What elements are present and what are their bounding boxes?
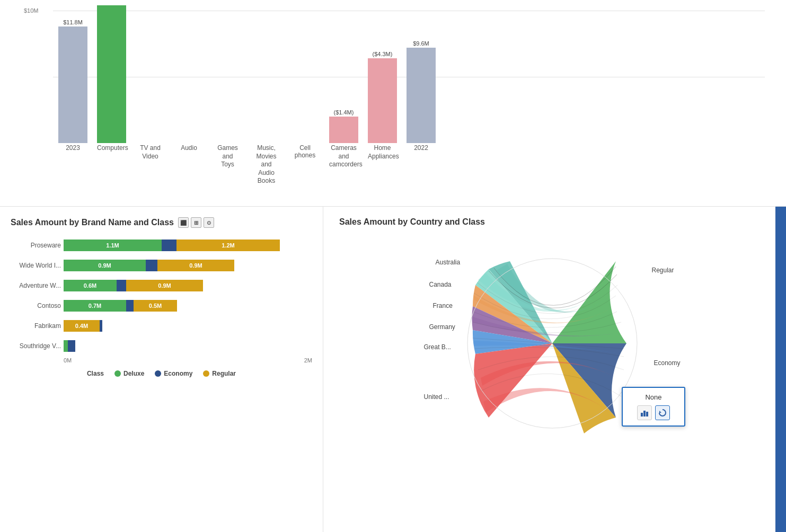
- brand-name-contoso: Contoso: [11, 302, 61, 309]
- x-label-audio: Audio: [174, 144, 204, 152]
- southridge-economy-bar: [68, 340, 75, 352]
- brand-name-proseware: Proseware: [11, 242, 61, 249]
- legend-economy-label: Economy: [164, 370, 192, 377]
- adventure-economy-bar: [117, 280, 126, 291]
- brand-icon-table[interactable]: ⊞: [191, 217, 201, 228]
- proseware-regular-bar: 1.2M: [176, 240, 280, 251]
- brand-name-southridge: Southridge V...: [11, 342, 61, 350]
- popup-icons: [631, 405, 676, 420]
- brand-x-label-0: 0M: [64, 357, 72, 363]
- brand-row-fabrikam: Fabrikam 0.4M: [64, 319, 302, 333]
- legend-class-label: Class: [87, 370, 104, 377]
- brand-bars-southridge: [64, 339, 75, 353]
- adventure-deluxe-bar: 0.6M: [64, 280, 117, 291]
- brand-bars-adventure: 0.6M 0.9M: [64, 279, 203, 292]
- country-chart-panel: Sales Amount by Country and Class: [323, 207, 775, 532]
- contoso-economy-bar: [126, 300, 134, 312]
- x-label-2023: 2023: [58, 144, 87, 152]
- bar-value-cameras: ($1.4M): [334, 109, 354, 116]
- svg-marker-5: [659, 411, 661, 413]
- brand-bars-proseware: 1.1M 1.2M: [64, 238, 280, 252]
- adventure-regular-bar: 0.9M: [126, 280, 203, 291]
- x-label-games-toys: Games andToys: [213, 144, 242, 169]
- brand-name-fabrikam: Fabrikam: [11, 322, 61, 330]
- popup-bar-chart-icon[interactable]: [637, 405, 652, 420]
- bottom-charts: Sales Amount by Brand Name and Class ⬛ ⊞…: [0, 207, 786, 532]
- brand-x-label-2: 2M: [304, 357, 312, 363]
- brand-icon-bar[interactable]: ⬛: [178, 217, 189, 228]
- x-label-music-movies: Music,Movies andAudioBooks: [252, 144, 281, 185]
- popup-none-label: None: [631, 393, 676, 401]
- x-label-cell-phones: Cell phones: [290, 144, 320, 159]
- proseware-economy-bar: [162, 240, 176, 251]
- x-label-2022: 2022: [407, 144, 436, 152]
- top-chart-area: $10M $11.8M: [0, 0, 786, 207]
- bar-computers: [97, 5, 126, 143]
- bar-2023: $11.8M: [58, 19, 87, 143]
- legend-deluxe-label: Deluxe: [123, 370, 144, 377]
- legend-deluxe-dot: [114, 370, 121, 377]
- brand-bars-fabrikam: 0.4M: [64, 319, 102, 333]
- brand-bars-area: Proseware 1.1M 1.2M Wide World I... 0.9M…: [11, 238, 312, 353]
- wideworld-economy-bar: [146, 260, 157, 271]
- x-label-cameras: Camerasandcamcorders: [329, 144, 358, 169]
- brand-name-adventure: Adventure W...: [11, 282, 61, 289]
- contoso-regular-bar: 0.5M: [134, 300, 177, 312]
- wideworld-deluxe-bar: 0.9M: [64, 260, 146, 271]
- legend-regular: Regular: [203, 370, 236, 377]
- legend-regular-dot: [203, 370, 209, 377]
- x-label-tv-video: TV andVideo: [136, 144, 165, 161]
- brand-chart-panel: Sales Amount by Brand Name and Class ⬛ ⊞…: [0, 207, 323, 532]
- brand-chart-title: Sales Amount by Brand Name and Class ⬛ ⊞…: [11, 217, 312, 228]
- brand-icon-focus[interactable]: ⊙: [204, 217, 214, 228]
- legend-deluxe: Deluxe: [114, 370, 144, 377]
- bar-cameras: ($1.4M): [329, 109, 358, 143]
- legend-economy-dot: [155, 370, 161, 377]
- svg-rect-4: [646, 412, 648, 416]
- southridge-deluxe-bar: [64, 340, 68, 352]
- brand-row-wideworld: Wide World I... 0.9M 0.9M: [64, 259, 302, 272]
- brand-x-axis: 0M 2M: [11, 357, 312, 363]
- fabrikam-deluxe-bar: 0.4M: [64, 320, 100, 332]
- x-label-home-appliances: HomeAppliances: [368, 144, 397, 161]
- brand-bars-contoso: 0.7M 0.5M: [64, 299, 177, 313]
- brand-legend: Class Deluxe Economy Regular: [11, 370, 312, 377]
- bar-value-2023: $11.8M: [63, 19, 83, 25]
- country-chart-title-text: Sales Amount by Country and Class: [339, 217, 485, 227]
- bar-value-home-appliances: ($4.3M): [373, 51, 393, 57]
- popup-refresh-icon[interactable]: [655, 405, 670, 420]
- brand-row-contoso: Contoso 0.7M 0.5M: [64, 299, 302, 313]
- brand-row-southridge: Southridge V...: [64, 339, 302, 353]
- brand-chart-title-text: Sales Amount by Brand Name and Class: [11, 218, 174, 227]
- legend-regular-label: Regular: [212, 370, 236, 377]
- country-chart-title: Sales Amount by Country and Class: [339, 217, 765, 227]
- contoso-deluxe-bar: 0.7M: [64, 300, 126, 312]
- wideworld-regular-bar: 0.9M: [157, 260, 234, 271]
- brand-bars-wideworld: 0.9M 0.9M: [64, 259, 234, 272]
- brand-name-wideworld: Wide World I...: [11, 262, 61, 269]
- svg-rect-2: [641, 413, 643, 416]
- bar-2022: $9.6M: [407, 40, 436, 143]
- right-sidebar: [775, 207, 786, 532]
- brand-chart-icons: ⬛ ⊞ ⊙: [178, 217, 214, 228]
- x-label-computers: Computers: [97, 144, 126, 153]
- bar-value-2022: $9.6M: [413, 40, 429, 47]
- popup-overlay: None: [622, 387, 685, 427]
- fabrikam-economy-bar: [100, 320, 102, 332]
- proseware-deluxe-bar: 1.1M: [64, 240, 162, 251]
- svg-rect-3: [643, 411, 646, 416]
- legend-economy: Economy: [155, 370, 192, 377]
- main-container: $10M $11.8M: [0, 0, 786, 532]
- brand-row-proseware: Proseware 1.1M 1.2M: [64, 238, 302, 252]
- bar-home-appliances: ($4.3M): [368, 51, 397, 143]
- brand-row-adventure: Adventure W... 0.6M 0.9M: [64, 279, 302, 292]
